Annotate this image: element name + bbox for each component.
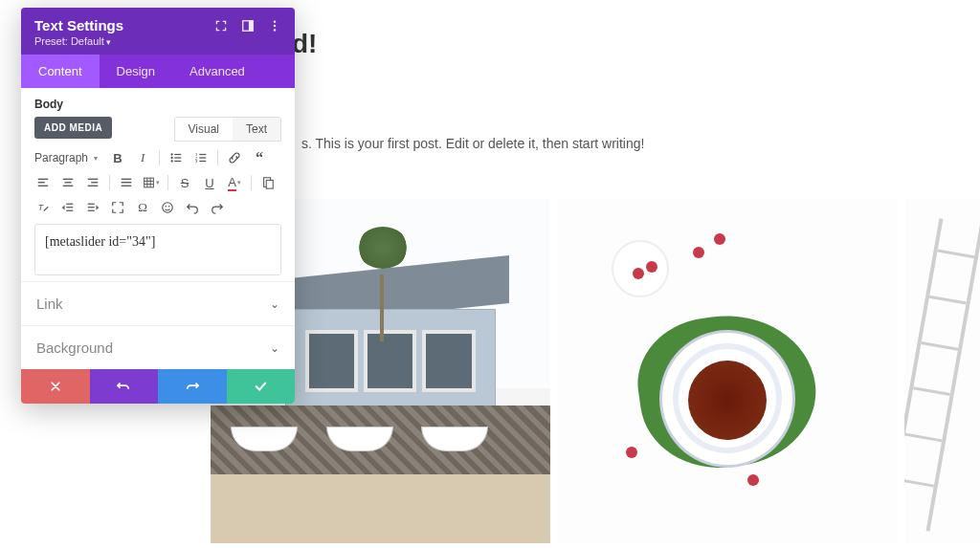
text-settings-panel: Text Settings Preset: Default Content De… [21, 8, 295, 404]
special-char-icon[interactable]: Ω [134, 199, 151, 216]
svg-rect-28 [122, 186, 132, 186]
editor-mode-tabs: Visual Text [174, 117, 281, 142]
svg-rect-17 [38, 179, 49, 180]
panel-header: Text Settings Preset: Default [21, 8, 295, 55]
indent-icon[interactable] [84, 199, 101, 216]
underline-icon[interactable]: U [201, 174, 218, 191]
svg-rect-22 [63, 186, 74, 186]
preset-dropdown[interactable]: Preset: Default [34, 35, 281, 47]
svg-rect-10 [174, 161, 181, 162]
svg-rect-20 [63, 179, 74, 180]
italic-icon[interactable]: I [134, 149, 151, 166]
editor-tab-visual[interactable]: Visual [175, 118, 233, 141]
strikethrough-icon[interactable]: S [176, 174, 193, 191]
svg-rect-43 [88, 210, 95, 211]
align-right-icon[interactable] [84, 174, 101, 191]
svg-rect-18 [38, 182, 45, 183]
svg-rect-19 [38, 186, 49, 186]
svg-text:T: T [38, 203, 44, 212]
svg-rect-41 [88, 204, 95, 205]
svg-point-4 [274, 29, 276, 31]
svg-rect-35 [266, 180, 273, 188]
slide-teacup [558, 199, 898, 543]
svg-rect-14 [199, 157, 206, 158]
align-justify-icon[interactable] [118, 174, 135, 191]
tab-content[interactable]: Content [21, 55, 100, 88]
numbered-list-icon[interactable]: 123 [192, 149, 210, 166]
paste-icon[interactable] [259, 174, 277, 191]
svg-rect-40 [66, 210, 73, 211]
svg-rect-6 [174, 154, 181, 155]
save-button[interactable] [227, 369, 296, 404]
slider-row [211, 199, 980, 543]
editor-toolbar: Paragraph B I 123 “ [34, 149, 281, 166]
cancel-button[interactable] [21, 369, 90, 404]
svg-rect-16 [199, 161, 206, 162]
redo-button[interactable] [158, 369, 227, 404]
expand-icon[interactable] [214, 19, 228, 33]
blockquote-icon[interactable]: “ [251, 149, 268, 166]
undo-button[interactable] [90, 369, 159, 404]
accordion-link-label: Link [36, 296, 63, 312]
svg-line-37 [44, 207, 48, 210]
undo-icon[interactable] [184, 199, 201, 216]
chevron-down-icon: ⌄ [270, 341, 279, 355]
page-title: d! [292, 29, 980, 59]
accordion-background[interactable]: Background ⌄ [21, 325, 295, 369]
link-icon[interactable] [226, 149, 243, 166]
align-left-icon[interactable] [34, 174, 52, 191]
svg-rect-25 [88, 186, 99, 186]
svg-rect-38 [66, 204, 73, 205]
panel-footer [21, 369, 295, 404]
svg-point-7 [171, 157, 173, 159]
svg-point-2 [274, 20, 276, 22]
more-icon[interactable] [268, 19, 281, 33]
accordion-background-label: Background [36, 340, 113, 356]
fullscreen-icon[interactable] [109, 199, 126, 216]
svg-rect-12 [199, 154, 206, 155]
clear-formatting-icon[interactable]: T [34, 199, 52, 216]
editor-textarea[interactable]: [metaslider id="34"] [34, 224, 281, 275]
outdent-icon[interactable] [59, 199, 77, 216]
slide-ladder [904, 199, 980, 543]
emoji-icon[interactable] [159, 199, 176, 216]
bullet-list-icon[interactable] [167, 149, 185, 166]
svg-rect-1 [249, 20, 253, 31]
svg-point-44 [163, 203, 173, 213]
editor-toolbar-row3: T Ω [34, 199, 281, 216]
bold-icon[interactable]: B [109, 149, 126, 166]
redo-icon[interactable] [209, 199, 226, 216]
svg-rect-29 [145, 178, 154, 187]
svg-point-9 [171, 160, 173, 162]
text-color-icon[interactable]: A [226, 174, 243, 191]
editor-tab-text[interactable]: Text [233, 118, 280, 141]
chevron-down-icon: ⌄ [270, 297, 279, 311]
format-dropdown[interactable]: Paragraph [34, 151, 98, 164]
svg-point-46 [168, 206, 170, 208]
tab-design[interactable]: Design [100, 55, 172, 88]
table-icon[interactable] [143, 174, 160, 191]
svg-rect-8 [174, 157, 181, 158]
body-section: Body ADD MEDIA Visual Text Paragraph B I… [21, 88, 295, 281]
svg-rect-39 [66, 207, 73, 208]
editor-toolbar-row2: S U A [34, 174, 281, 191]
svg-point-5 [171, 153, 173, 155]
svg-rect-27 [122, 182, 132, 183]
align-center-icon[interactable] [59, 174, 77, 191]
tab-advanced[interactable]: Advanced [172, 55, 262, 88]
add-media-button[interactable]: ADD MEDIA [34, 117, 112, 139]
dock-icon[interactable] [241, 19, 255, 33]
svg-text:3: 3 [195, 159, 198, 164]
svg-rect-26 [122, 179, 132, 180]
svg-rect-23 [88, 179, 99, 180]
svg-point-3 [274, 24, 276, 26]
panel-title: Text Settings [34, 17, 123, 33]
accordion-link[interactable]: Link ⌄ [21, 281, 295, 325]
body-label: Body [34, 98, 281, 111]
page-subtext: s. This is your first post. Edit or dele… [301, 136, 980, 151]
svg-rect-42 [88, 207, 95, 208]
svg-rect-24 [91, 182, 98, 183]
panel-tabs: Content Design Advanced [21, 55, 295, 88]
svg-rect-21 [65, 182, 72, 183]
svg-point-45 [165, 206, 167, 208]
